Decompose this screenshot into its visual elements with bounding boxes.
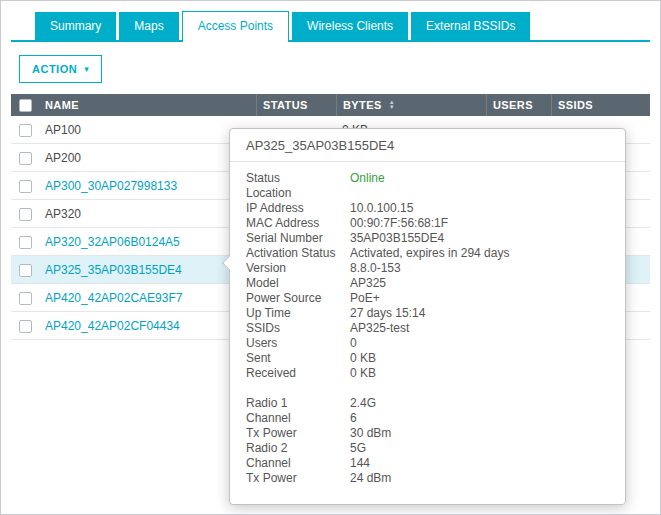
ap-details-popover: AP325_35AP03B155DE4 StatusOnlineLocation… xyxy=(229,128,626,505)
popover-field-spacer xyxy=(246,381,609,396)
column-header-name[interactable]: NAME xyxy=(45,99,256,111)
popover-field: Up Time27 days 15:14 xyxy=(246,306,609,321)
field-label: Up Time xyxy=(246,306,350,321)
field-label: Location xyxy=(246,186,350,201)
field-label: Radio 1 xyxy=(246,396,350,411)
toolbar: ACTION ▾ xyxy=(19,55,660,83)
field-label: Version xyxy=(246,261,350,276)
row-checkbox[interactable] xyxy=(19,208,32,221)
field-label: IP Address xyxy=(246,201,350,216)
tab-access-points[interactable]: Access Points xyxy=(182,11,289,42)
popover-field: Location xyxy=(246,186,609,201)
row-checkbox-cell xyxy=(11,206,45,220)
field-label: Tx Power xyxy=(246,426,350,441)
popover-field: Tx Power30 dBm xyxy=(246,426,609,441)
column-header-status[interactable]: STATUS xyxy=(256,94,336,116)
ap-name: AP200 xyxy=(45,151,256,165)
ap-name[interactable]: AP300_30AP027998133 xyxy=(45,179,256,193)
field-value: 144 xyxy=(350,456,609,471)
row-checkbox[interactable] xyxy=(19,292,32,305)
field-label: MAC Address xyxy=(246,216,350,231)
row-checkbox[interactable] xyxy=(19,180,32,193)
action-button[interactable]: ACTION ▾ xyxy=(19,55,102,83)
field-value: 0 KB xyxy=(350,351,609,366)
ap-name: AP100 xyxy=(45,123,256,137)
row-checkbox[interactable] xyxy=(19,320,32,333)
sort-icon[interactable]: ▲▼ xyxy=(389,100,395,110)
field-label: Sent xyxy=(246,351,350,366)
field-value: 35AP03B155DE4 xyxy=(350,231,609,246)
ap-name[interactable]: AP320_32AP06B0124A5 xyxy=(45,235,256,249)
field-value: 0 xyxy=(350,336,609,351)
popover-field: Activation StatusActivated, expires in 2… xyxy=(246,246,609,261)
table-header-row: NAME STATUS BYTES ▲▼ USERS SSIDS xyxy=(11,94,650,116)
field-value: 00:90:7F:56:68:1F xyxy=(350,216,609,231)
tab-bar: SummaryMapsAccess PointsWireless Clients… xyxy=(11,1,650,42)
field-label: Power Source xyxy=(246,291,350,306)
popover-field: Serial Number35AP03B155DE4 xyxy=(246,231,609,246)
column-header-bytes[interactable]: BYTES ▲▼ xyxy=(336,94,486,116)
popover-field: Version8.8.0-153 xyxy=(246,261,609,276)
field-label: Radio 2 xyxy=(246,441,350,456)
field-label: Channel xyxy=(246,411,350,426)
ap-name[interactable]: AP420_42AP02CAE93F7 xyxy=(45,291,256,305)
popover-field: ModelAP325 xyxy=(246,276,609,291)
popover-field: Radio 25G xyxy=(246,441,609,456)
row-checkbox-cell xyxy=(11,122,45,136)
field-value: 0 KB xyxy=(350,366,609,381)
field-value: 6 xyxy=(350,411,609,426)
field-label: Status xyxy=(246,171,350,186)
field-label: Tx Power xyxy=(246,471,350,486)
popover-field: IP Address10.0.100.15 xyxy=(246,201,609,216)
action-button-label: ACTION xyxy=(32,63,77,75)
popover-field: Radio 12.4G xyxy=(246,396,609,411)
popover-fields: StatusOnlineLocationIP Address10.0.100.1… xyxy=(230,162,625,504)
row-checkbox[interactable] xyxy=(19,124,32,137)
popover-field: Channel144 xyxy=(246,456,609,471)
field-value: AP325-test xyxy=(350,321,609,336)
popover-field: MAC Address00:90:7F:56:68:1F xyxy=(246,216,609,231)
select-all-checkbox[interactable] xyxy=(19,99,32,112)
row-checkbox-cell xyxy=(11,290,45,304)
field-value: PoE+ xyxy=(350,291,609,306)
field-value: Online xyxy=(350,171,609,186)
field-value: 10.0.100.15 xyxy=(350,201,609,216)
field-value: 5G xyxy=(350,441,609,456)
row-checkbox-cell xyxy=(11,234,45,248)
column-header-ssids[interactable]: SSIDS xyxy=(551,94,650,116)
field-value: 27 days 15:14 xyxy=(350,306,609,321)
tab-summary[interactable]: Summary xyxy=(35,12,116,40)
field-value: Activated, expires in 294 days xyxy=(350,246,609,261)
row-checkbox-cell xyxy=(11,318,45,332)
tab-wireless-clients[interactable]: Wireless Clients xyxy=(292,12,408,40)
popover-field: Power SourcePoE+ xyxy=(246,291,609,306)
column-header-users[interactable]: USERS xyxy=(486,94,551,116)
column-header-bytes-label: BYTES xyxy=(343,99,382,111)
row-checkbox-cell xyxy=(11,150,45,164)
popover-field: Received0 KB xyxy=(246,366,609,381)
field-value: AP325 xyxy=(350,276,609,291)
row-checkbox-cell xyxy=(11,178,45,192)
row-checkbox[interactable] xyxy=(19,236,32,249)
popover-title: AP325_35AP03B155DE4 xyxy=(230,129,625,162)
field-label: Model xyxy=(246,276,350,291)
popover-field: Tx Power24 dBm xyxy=(246,471,609,486)
select-all-cell xyxy=(11,98,45,112)
popover-field: Users0 xyxy=(246,336,609,351)
tab-maps[interactable]: Maps xyxy=(119,12,178,40)
row-checkbox[interactable] xyxy=(19,264,32,277)
field-label: SSIDs xyxy=(246,321,350,336)
field-label: Received xyxy=(246,366,350,381)
field-label: Serial Number xyxy=(246,231,350,246)
caret-down-icon: ▾ xyxy=(84,64,89,74)
ap-name[interactable]: AP420_42AP02CF04434 xyxy=(45,319,256,333)
popover-field: SSIDsAP325-test xyxy=(246,321,609,336)
popover-field: Sent0 KB xyxy=(246,351,609,366)
row-checkbox-cell xyxy=(11,262,45,276)
field-label: Users xyxy=(246,336,350,351)
tab-external-bssids[interactable]: External BSSIDs xyxy=(411,12,530,40)
row-checkbox[interactable] xyxy=(19,152,32,165)
popover-field: StatusOnline xyxy=(246,171,609,186)
field-label: Channel xyxy=(246,456,350,471)
ap-name: AP320 xyxy=(45,207,256,221)
